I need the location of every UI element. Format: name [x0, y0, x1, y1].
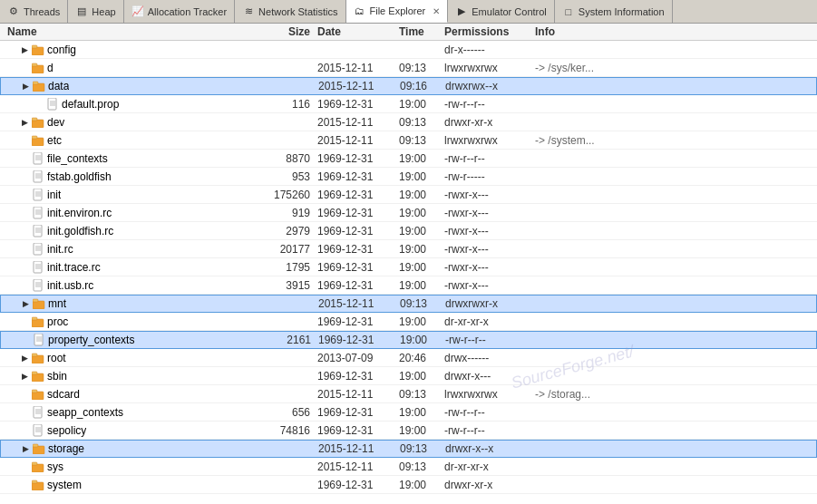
- table-row[interactable]: init1752601969-12-3119:00-rwxr-x---: [0, 186, 817, 204]
- col-header-date: Date: [317, 25, 399, 38]
- file-name: d: [47, 62, 53, 74]
- col-header-permissions: Permissions: [444, 25, 535, 38]
- file-name: init.environ.rc: [47, 207, 112, 219]
- cell-time-19: 09:13: [399, 388, 444, 401]
- folder-icon: [31, 134, 45, 147]
- expand-button[interactable]: ▶: [19, 297, 32, 310]
- cell-time-7: 19:00: [399, 170, 444, 183]
- svg-rect-59: [32, 390, 37, 393]
- doc-icon: [31, 279, 45, 292]
- cell-time-22: 09:13: [400, 442, 445, 455]
- svg-rect-13: [32, 136, 37, 139]
- tab-network[interactable]: ≋Network Statistics: [235, 0, 345, 23]
- cell-permissions-23: dr-xr-xr-x: [444, 460, 535, 473]
- table-row[interactable]: init.environ.rc9191969-12-3119:00-rwxr-x…: [0, 204, 817, 222]
- expand-button[interactable]: ▶: [18, 44, 31, 56]
- cell-permissions-14: drwxrwxr-x: [445, 297, 536, 310]
- tab-allocation[interactable]: 📈Allocation Tracker: [124, 0, 235, 23]
- cell-name-11: init.rc: [0, 243, 254, 256]
- cell-date-11: 1969-12-31: [317, 243, 399, 256]
- table-row[interactable]: ▶data2015-12-1109:16drwxrwx--x: [0, 77, 817, 95]
- svg-rect-12: [32, 138, 44, 146]
- sysinfo-icon: □: [562, 5, 575, 18]
- expand-button[interactable]: ▶: [18, 370, 31, 383]
- table-row[interactable]: file_contexts88701969-12-3119:00-rw-r--r…: [0, 150, 817, 168]
- cell-time-14: 09:13: [400, 297, 445, 310]
- table-row[interactable]: fstab.goldfish9531969-12-3119:00-rw-r---…: [0, 168, 817, 186]
- cell-size-3: 116: [254, 98, 317, 111]
- cell-date-7: 1969-12-31: [317, 170, 399, 183]
- table-row[interactable]: ▶sbin1969-12-3119:00drwxr-x---: [0, 367, 817, 385]
- doc-icon: [31, 189, 45, 201]
- table-row[interactable]: etc2015-12-1109:13lrwxrwxrwx-> /system..…: [0, 131, 817, 150]
- svg-rect-18: [34, 170, 42, 182]
- network-icon: ≋: [242, 5, 255, 18]
- table-row[interactable]: seapp_contexts6561969-12-3119:00-rw-r--r…: [0, 403, 817, 422]
- table-row[interactable]: d2015-12-1109:13lrwxrwxrwx-> /sys/ker...: [0, 59, 817, 77]
- svg-rect-58: [32, 392, 44, 400]
- cell-time-13: 19:00: [399, 279, 444, 292]
- table-row[interactable]: sys2015-12-1109:13dr-xr-xr-x: [0, 458, 817, 476]
- table-row[interactable]: init.rc201771969-12-3119:00-rwxr-x---: [0, 240, 817, 258]
- table-row[interactable]: default.prop1161969-12-3119:00-rw-r--r--: [0, 95, 817, 113]
- cell-info-1: -> /sys/ker...: [535, 62, 817, 74]
- svg-rect-55: [32, 354, 37, 356]
- cell-permissions-3: -rw-r--r--: [444, 98, 535, 111]
- table-row[interactable]: system1969-12-3119:00drwxr-xr-x: [0, 476, 817, 494]
- doc-icon: [31, 207, 45, 219]
- table-row[interactable]: ▶mnt2015-12-1109:13drwxrwxr-x: [0, 295, 817, 313]
- file-name: fstab.goldfish: [47, 170, 112, 183]
- table-row[interactable]: sdcard2015-12-1109:13lrwxrwxrwx-> /stora…: [0, 385, 817, 403]
- svg-rect-0: [32, 47, 44, 55]
- folder-icon: [31, 116, 45, 129]
- table-row[interactable]: init.usb.rc39151969-12-3119:00-rwxr-x---: [0, 276, 817, 295]
- svg-rect-4: [33, 83, 44, 92]
- table-row[interactable]: property_contexts21611969-12-3119:00-rw-…: [0, 331, 817, 349]
- tab-emulator[interactable]: ▶Emulator Control: [448, 0, 555, 23]
- threads-icon: ⚙: [7, 5, 20, 18]
- table-row[interactable]: ▶root2013-07-0920:46drwx------: [0, 349, 817, 367]
- expand-button: [18, 62, 31, 74]
- doc-icon: [45, 98, 60, 111]
- file-name: system: [47, 479, 82, 491]
- cell-date-12: 1969-12-31: [317, 261, 399, 274]
- folder-icon: [31, 352, 45, 364]
- expand-button: [18, 406, 31, 419]
- file-name: sepolicy: [47, 424, 86, 437]
- table-row[interactable]: ▶storage2015-12-1109:13drwxr-x--x: [0, 440, 817, 458]
- cell-time-8: 19:00: [399, 189, 444, 201]
- table-row[interactable]: ▶dev2015-12-1109:13drwxr-xr-x: [0, 113, 817, 131]
- table-row[interactable]: proc1969-12-3119:00dr-xr-xr-x: [0, 313, 817, 331]
- table-row[interactable]: init.goldfish.rc29791969-12-3119:00-rwxr…: [0, 222, 817, 240]
- cell-date-10: 1969-12-31: [317, 225, 399, 237]
- table-row[interactable]: sepolicy748161969-12-3119:00-rw-r--r--: [0, 422, 817, 440]
- tab-fileexplorer[interactable]: 🗂File Explorer✕: [346, 0, 449, 23]
- file-name: init.goldfish.rc: [47, 225, 113, 237]
- file-name: etc: [47, 134, 62, 147]
- file-name: seapp_contexts: [47, 406, 123, 419]
- cell-name-2: ▶data: [1, 80, 255, 92]
- expand-button: [33, 98, 45, 111]
- expand-button[interactable]: ▶: [18, 352, 31, 364]
- expand-button: [18, 134, 31, 147]
- tab-close-fileexplorer[interactable]: ✕: [433, 6, 440, 16]
- expand-button[interactable]: ▶: [18, 116, 31, 129]
- cell-name-20: seapp_contexts: [0, 406, 254, 419]
- tab-threads[interactable]: ⚙Threads: [0, 0, 68, 23]
- cell-permissions-1: lrwxrwxrwx: [444, 62, 535, 74]
- expand-button: [18, 388, 31, 401]
- expand-button: [18, 460, 31, 473]
- table-row[interactable]: ▶configdr-x------: [0, 41, 817, 59]
- tab-heap[interactable]: ▤Heap: [68, 0, 123, 23]
- table-row[interactable]: init.trace.rc17951969-12-3119:00-rwxr-x-…: [0, 258, 817, 276]
- cell-permissions-16: -rw-r--r--: [445, 334, 536, 346]
- doc-icon: [31, 152, 45, 165]
- expand-button[interactable]: ▶: [19, 442, 32, 455]
- expand-button[interactable]: ▶: [19, 80, 32, 92]
- cell-date-18: 1969-12-31: [317, 370, 399, 383]
- file-name: dev: [47, 116, 64, 129]
- tab-label-threads: Threads: [24, 6, 60, 17]
- col-header-name: Name: [0, 25, 254, 38]
- expand-button: [18, 424, 31, 437]
- tab-sysinfo[interactable]: □System Information: [555, 0, 673, 23]
